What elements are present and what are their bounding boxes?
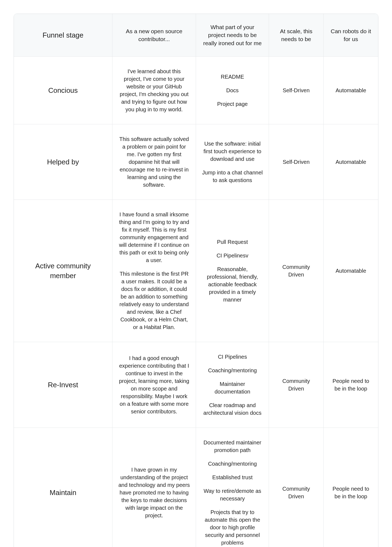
funnel-table: Funnel stage As a new open source contri… [14, 14, 378, 547]
cell-robots: Automatable [323, 57, 378, 124]
funnel-table-container: Funnel stage As a new open source contri… [14, 14, 378, 547]
cell-contributor: This software actually solved a problem … [112, 124, 196, 200]
cell-contributor: I've learned about this project, I've co… [112, 57, 196, 124]
header-robots: Can robots do it for us [323, 14, 378, 57]
cell-stage: Re-Invest [14, 342, 112, 428]
cell-at-scale: Community Driven [269, 342, 324, 428]
cell-at-scale: Self-Driven [269, 57, 324, 124]
table-row: ConciousI've learned about this project,… [14, 57, 378, 124]
cell-ironed-out: Use the software: initial first touch ex… [196, 124, 269, 200]
cell-robots: People need to be in the loop [323, 428, 378, 547]
header-at-scale: At scale, this needs to be [269, 14, 324, 57]
cell-contributor: I had a good enough experience contribut… [112, 342, 196, 428]
cell-contributor: I have found a small irksome thing and I… [112, 200, 196, 342]
table-row: Helped byThis software actually solved a… [14, 124, 378, 200]
cell-at-scale: Self-Driven [269, 124, 324, 200]
cell-robots: People need to be in the loop [323, 342, 378, 428]
table-body: ConciousI've learned about this project,… [14, 57, 378, 547]
cell-stage: Maintain [14, 428, 112, 547]
cell-robots: Automatable [323, 124, 378, 200]
cell-stage: Active community member [14, 200, 112, 342]
cell-ironed-out: Documented maintainer promotion pathCoac… [196, 428, 269, 547]
table-row: Active community memberI have found a sm… [14, 200, 378, 342]
cell-at-scale: Community Driven [269, 428, 324, 547]
table-row: MaintainI have grown in my understanding… [14, 428, 378, 547]
table-header: Funnel stage As a new open source contri… [14, 14, 378, 57]
cell-stage: Concious [14, 57, 112, 124]
header-ironed-out: What part of your project needs to be re… [196, 14, 269, 57]
header-funnel-stage: Funnel stage [14, 14, 112, 57]
cell-at-scale: Community Driven [269, 200, 324, 342]
header-contributor: As a new open source contributor... [112, 14, 196, 57]
cell-stage: Helped by [14, 124, 112, 200]
cell-robots: Automatable [323, 200, 378, 342]
cell-ironed-out: READMEDocsProject page [196, 57, 269, 124]
cell-ironed-out: Pull RequestCI PipelinesvReasonable, pro… [196, 200, 269, 342]
table-row: Re-InvestI had a good enough experience … [14, 342, 378, 428]
cell-contributor: I have grown in my understanding of the … [112, 428, 196, 547]
cell-ironed-out: CI PipelinesCoaching/mentoringMaintainer… [196, 342, 269, 428]
